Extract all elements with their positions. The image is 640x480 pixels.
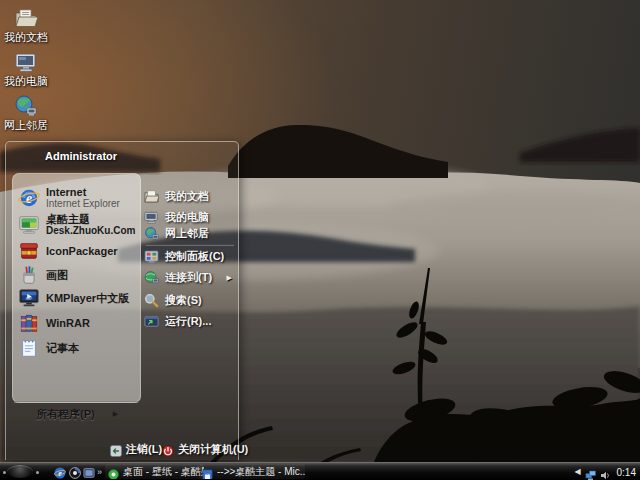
my-network-places-icon xyxy=(14,94,38,118)
menu-item-label: 搜索(S) xyxy=(165,293,202,308)
my-documents-icon xyxy=(144,189,159,204)
menu-item-label: 我的文档 xyxy=(165,189,209,204)
quick-launch-overflow-chevron[interactable]: » xyxy=(97,466,102,478)
start-menu-item-notepad[interactable]: 记事本 xyxy=(18,337,136,359)
paint-icon xyxy=(18,264,40,286)
taskbar-clock[interactable]: 0:14 xyxy=(617,467,636,478)
task-button-zhuoku-theme-browser[interactable]: e -->>桌酷主题 - Mic... xyxy=(199,464,305,479)
separator xyxy=(146,244,234,246)
desktop-screen: 我的文档 我的电脑 网上邻居 Administrator e Internet … xyxy=(0,0,640,480)
start-menu-left-panel: e Internet Internet Explorer 桌酷主题 Desk.Z… xyxy=(12,173,141,403)
chevron-right-icon: ▶ xyxy=(227,274,232,282)
zhuoku-green-icon xyxy=(108,466,119,477)
volume-icon[interactable] xyxy=(600,467,611,478)
menu-item-label: 记事本 xyxy=(46,342,79,354)
start-menu-item-winrar[interactable]: WinRAR xyxy=(18,312,136,334)
my-network-places-icon xyxy=(144,226,159,241)
my-computer-icon xyxy=(144,210,159,225)
kmplayer-icon: KMP xyxy=(18,287,40,309)
log-off-icon xyxy=(110,443,122,455)
search-icon xyxy=(144,293,159,308)
quick-launch-folder-icon[interactable] xyxy=(83,465,95,477)
internet-explorer-icon: e xyxy=(18,187,40,209)
menu-item-label: 桌酷主题 xyxy=(46,213,135,225)
log-off-label: 注销(L) xyxy=(126,442,162,457)
start-menu-item-search[interactable]: 搜索(S) xyxy=(144,292,238,309)
task-button-label: -->>桌酷主题 - Mic... xyxy=(217,465,305,479)
start-menu-item-my-network-places[interactable]: 网上邻居 xyxy=(144,225,238,242)
start-menu-item-my-computer[interactable]: 我的电脑 xyxy=(144,209,238,226)
menu-item-label: IconPackager xyxy=(46,245,118,257)
desktop-icon-label: 网上邻居 xyxy=(4,119,48,131)
notepad-icon xyxy=(18,337,40,359)
menu-item-label: Internet xyxy=(46,186,120,198)
start-button[interactable] xyxy=(7,465,33,478)
start-menu-item-kmplayer[interactable]: KMP KMPlayer中文版 xyxy=(18,287,136,309)
start-menu-item-paint[interactable]: 画图 xyxy=(18,264,136,286)
start-menu-item-iconpackager[interactable]: IconPackager xyxy=(18,240,136,262)
separator xyxy=(14,401,138,403)
menu-item-label: 我的电脑 xyxy=(165,210,209,225)
svg-text:KMP: KMP xyxy=(26,297,32,301)
menu-item-sublabel: Internet Explorer xyxy=(46,198,120,209)
network-icon[interactable] xyxy=(585,467,596,478)
start-menu-user-name: Administrator xyxy=(45,150,117,162)
tray-chevron-icon[interactable]: ◀ xyxy=(574,467,580,477)
taskbar-dot xyxy=(3,471,6,474)
control-panel-icon xyxy=(144,249,159,264)
task-button-desktop-wallpaper[interactable]: 桌面 - 壁纸 - 桌酷壁... xyxy=(105,464,204,479)
start-menu-item-connect-to[interactable]: 连接到(T) ▶ xyxy=(144,269,238,286)
shut-down-label: 关闭计算机(U) xyxy=(178,442,248,457)
shut-down-button[interactable]: 关闭计算机(U) xyxy=(162,440,248,458)
log-off-button[interactable]: 注销(L) xyxy=(110,440,162,458)
menu-item-label: 连接到(T) xyxy=(165,270,212,285)
my-computer-icon xyxy=(14,50,38,74)
desktop-icon-label: 我的电脑 xyxy=(4,75,48,87)
run-icon xyxy=(144,314,159,329)
menu-item-sublabel: Desk.ZhuoKu.Com xyxy=(46,225,135,236)
menu-item-label: 画图 xyxy=(46,269,68,281)
zhuoku-theme-icon xyxy=(18,214,40,236)
all-programs-button[interactable]: 所有程序(P) ▶ xyxy=(36,405,118,423)
start-menu-item-zhuoku-theme[interactable]: 桌酷主题 Desk.ZhuoKu.Com xyxy=(18,213,136,236)
internet-explorer-page-icon: e xyxy=(202,466,213,477)
all-programs-label: 所有程序(P) xyxy=(36,407,95,422)
menu-item-label: KMPlayer中文版 xyxy=(46,292,129,304)
task-button-label: 桌面 - 壁纸 - 桌酷壁... xyxy=(123,465,204,479)
taskbar: e » 桌面 - 壁纸 - 桌酷壁... e -->>桌酷主题 - Mic...… xyxy=(0,462,640,480)
menu-item-label: 运行(R)... xyxy=(165,314,211,329)
shut-down-icon xyxy=(162,443,174,455)
quick-launch-internet-explorer-icon[interactable]: e xyxy=(54,465,66,477)
menu-item-label: 控制面板(C) xyxy=(165,249,224,264)
system-tray: ◀ 0:14 xyxy=(574,464,636,480)
chevron-right-icon: ▶ xyxy=(113,410,118,418)
start-menu-item-run[interactable]: 运行(R)... xyxy=(144,313,238,330)
start-menu-item-my-documents[interactable]: 我的文档 xyxy=(144,188,238,205)
desktop-icon-label: 我的文档 xyxy=(4,31,48,43)
start-menu: Administrator e Internet Internet Explor… xyxy=(5,141,239,460)
desktop-icon-my-documents[interactable]: 我的文档 xyxy=(2,6,50,43)
my-documents-icon xyxy=(14,6,38,30)
iconpackager-icon xyxy=(18,240,40,262)
desktop-icon-my-network-places[interactable]: 网上邻居 xyxy=(2,94,50,131)
menu-item-label: 网上邻居 xyxy=(165,226,209,241)
desktop-icon-my-computer[interactable]: 我的电脑 xyxy=(2,50,50,87)
connect-to-icon xyxy=(144,270,159,285)
menu-item-label: WinRAR xyxy=(46,317,90,329)
start-menu-item-internet[interactable]: e Internet Internet Explorer xyxy=(18,186,136,209)
taskbar-dot xyxy=(36,471,39,474)
winrar-icon xyxy=(18,312,40,334)
start-menu-item-control-panel[interactable]: 控制面板(C) xyxy=(144,248,238,265)
quick-launch-media-player-icon[interactable] xyxy=(69,465,81,477)
